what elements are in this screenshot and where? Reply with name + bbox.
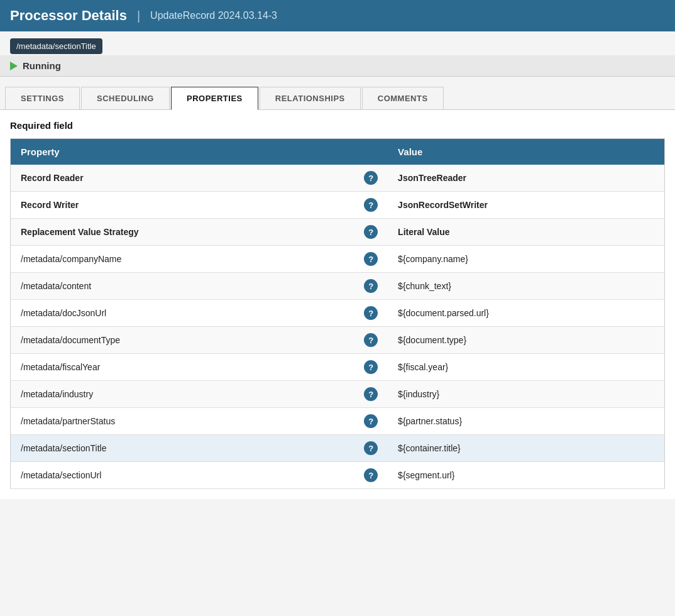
table-row: /metadata/companyName?${company.name} [11,246,665,273]
property-value-cell: ${company.name} [388,246,664,273]
property-name-cell: /metadata/fiscalYear [11,354,354,381]
tab-comments[interactable]: COMMENTS [362,87,444,109]
table-row: Replacement Value Strategy?Literal Value [11,219,665,246]
property-value-cell: JsonTreeReader [388,165,664,192]
property-name-cell: Record Writer [11,192,354,219]
property-name-cell: Replacement Value Strategy [11,219,354,246]
help-icon-cell[interactable]: ? [354,354,388,381]
property-name-cell: /metadata/docJsonUrl [11,300,354,327]
table-header-row: Property Value [11,139,665,165]
tab-scheduling[interactable]: SCHEDULING [81,87,170,109]
help-icon[interactable]: ? [364,360,378,374]
table-row: /metadata/sectionUrl?${segment.url} [11,462,665,489]
tab-settings[interactable]: SETTINGS [5,87,80,109]
help-icon[interactable]: ? [364,306,378,320]
col-header-property: Property [11,139,354,165]
processor-name: UpdateRecord 2024.03.14-3 [150,10,277,21]
help-icon[interactable]: ? [364,414,378,428]
property-value-cell: ${container.title} [388,435,664,462]
help-icon-cell[interactable]: ? [354,192,388,219]
col-header-help [354,139,388,165]
property-value-cell: ${partner.status} [388,408,664,435]
help-icon[interactable]: ? [364,387,378,401]
help-icon-cell[interactable]: ? [354,300,388,327]
table-row: /metadata/industry?${industry} [11,381,665,408]
help-icon-cell[interactable]: ? [354,165,388,192]
tooltip-box: /metadata/sectionTitle [10,38,102,54]
property-value-cell: ${fiscal.year} [388,354,664,381]
property-name-cell: /metadata/companyName [11,246,354,273]
help-icon[interactable]: ? [364,171,378,185]
col-header-value: Value [388,139,664,165]
property-name-cell: /metadata/partnerStatus [11,408,354,435]
status-text: Running [23,60,61,71]
property-value-cell: ${document.type} [388,327,664,354]
property-name-cell: /metadata/industry [11,381,354,408]
help-icon[interactable]: ? [364,468,378,482]
property-value-cell: Literal Value [388,219,664,246]
required-field-label: Required field [10,120,665,131]
help-icon-cell[interactable]: ? [354,219,388,246]
help-icon[interactable]: ? [364,225,378,239]
running-icon [10,62,18,70]
property-value-cell: JsonRecordSetWriter [388,192,664,219]
property-value-cell: ${segment.url} [388,462,664,489]
properties-table: Property Value Record Reader?JsonTreeRea… [10,138,665,489]
help-icon-cell[interactable]: ? [354,381,388,408]
table-row: /metadata/content?${chunk_text} [11,273,665,300]
page-title: Processor Details [10,8,127,24]
content-area: Required field Property Value Record Rea… [0,110,675,499]
status-bar: Running [0,55,675,77]
property-name-cell: /metadata/sectionTitle [11,435,354,462]
help-icon[interactable]: ? [364,279,378,293]
help-icon-cell[interactable]: ? [354,327,388,354]
help-icon[interactable]: ? [364,252,378,266]
help-icon-cell[interactable]: ? [354,408,388,435]
property-value-cell: ${document.parsed.url} [388,300,664,327]
table-row: /metadata/documentType?${document.type} [11,327,665,354]
header: Processor Details | UpdateRecord 2024.03… [0,0,675,31]
help-icon[interactable]: ? [364,441,378,455]
property-name-cell: /metadata/sectionUrl [11,462,354,489]
help-icon-cell[interactable]: ? [354,246,388,273]
tab-relationships[interactable]: RELATIONSHIPS [260,87,361,109]
tabs-container: SETTINGSSCHEDULINGPROPERTIESRELATIONSHIP… [0,77,675,110]
tab-properties[interactable]: PROPERTIES [171,87,258,110]
help-icon[interactable]: ? [364,333,378,347]
property-name-cell: /metadata/content [11,273,354,300]
help-icon[interactable]: ? [364,198,378,212]
help-icon-cell[interactable]: ? [354,462,388,489]
table-row: /metadata/partnerStatus?${partner.status… [11,408,665,435]
header-divider: | [137,9,140,23]
property-name-cell: /metadata/documentType [11,327,354,354]
property-name-cell: Record Reader [11,165,354,192]
property-value-cell: ${industry} [388,381,664,408]
table-row: /metadata/fiscalYear?${fiscal.year} [11,354,665,381]
property-value-cell: ${chunk_text} [388,273,664,300]
help-icon-cell[interactable]: ? [354,273,388,300]
table-row: Record Writer?JsonRecordSetWriter [11,192,665,219]
table-row: /metadata/docJsonUrl?${document.parsed.u… [11,300,665,327]
table-row: /metadata/sectionTitle?${container.title… [11,435,665,462]
help-icon-cell[interactable]: ? [354,435,388,462]
table-row: Record Reader?JsonTreeReader [11,165,665,192]
